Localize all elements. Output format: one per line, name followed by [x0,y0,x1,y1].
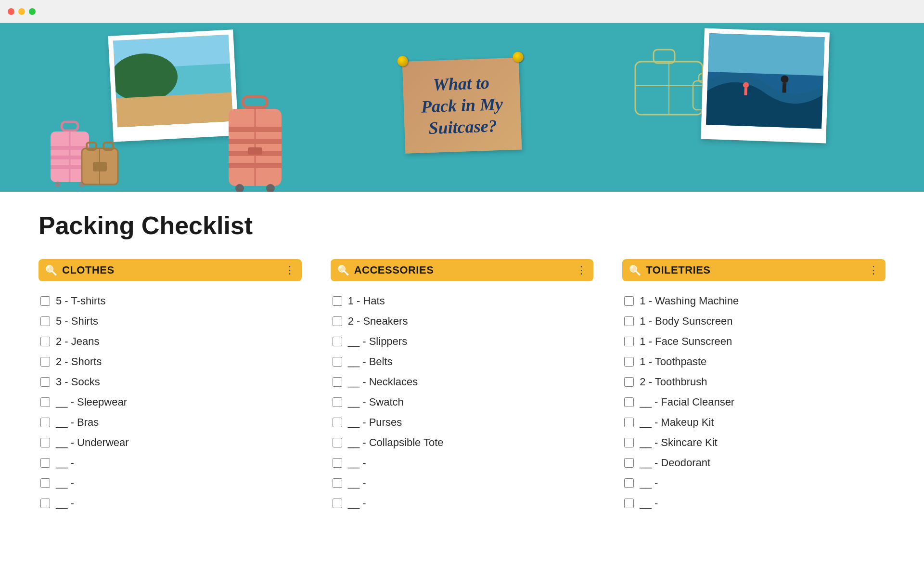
checklist-checkbox[interactable] [624,316,634,326]
svg-rect-18 [93,162,107,171]
list-item: __ - Makeup Kit [622,412,886,433]
item-text: 1 - Toothpaste [640,355,706,368]
checklist-checkbox[interactable] [40,337,50,346]
checklist-checkbox[interactable] [40,296,50,306]
window-chrome [0,0,924,23]
checklist-checkbox[interactable] [40,316,50,326]
list-item: __ - Purses [331,412,594,433]
checklist-checkbox[interactable] [40,478,50,488]
checklist-checkbox[interactable] [333,316,342,326]
list-item: 5 - T-shirts [38,291,302,311]
item-text: __ - [348,457,366,469]
checklist-checkbox[interactable] [333,478,342,488]
list-item: __ - Bras [38,412,302,433]
hero-title-card: What toPack in MySuitcase? [402,58,522,154]
checklist-checkbox[interactable] [624,418,634,427]
category-title-toiletries: TOILETRIES [646,264,710,276]
checklist-clothes: 5 - T-shirts5 - Shirts2 - Jeans2 - Short… [38,291,302,513]
search-icon[interactable]: 🔍 [629,264,641,276]
maximize-button[interactable] [29,8,36,15]
svg-rect-36 [708,33,825,76]
item-text: 1 - Face Sunscreen [640,335,732,348]
category-menu-accessories[interactable]: ⋮ [576,264,587,276]
checklist-checkbox[interactable] [624,458,634,468]
checklist-checkbox[interactable] [333,397,342,407]
column-toiletries: 🔍TOILETRIES⋮1 - Washing Machine1 - Body … [622,259,886,513]
svg-rect-40 [744,88,747,95]
checklist-checkbox[interactable] [333,499,342,508]
category-header-clothes: 🔍CLOTHES⋮ [38,259,302,281]
list-item: __ - Swatch [331,392,594,412]
checklist-checkbox[interactable] [624,397,634,407]
list-item: __ - Necklaces [331,372,594,392]
page-title: Packing Checklist [38,211,886,240]
list-item: __ - Collapsible Tote [331,433,594,453]
item-text: __ - Necklaces [348,376,418,388]
item-text: __ - Makeup Kit [640,416,714,429]
pin-right [513,52,524,63]
checklist-toiletries: 1 - Washing Machine1 - Body Sunscreen1 -… [622,291,886,513]
checklist-checkbox[interactable] [333,337,342,346]
checklist-checkbox[interactable] [333,418,342,427]
checklist-checkbox[interactable] [624,478,634,488]
suitcase-large [226,95,284,192]
item-text: 1 - Washing Machine [640,295,739,307]
list-item: __ - Skincare Kit [622,433,886,453]
checklist-checkbox[interactable] [624,499,634,508]
checklist-checkbox[interactable] [624,438,634,447]
close-button[interactable] [8,8,14,15]
list-item: 2 - Shorts [38,352,302,372]
item-text: 2 - Toothbrush [640,376,707,388]
list-item: 1 - Face Sunscreen [622,331,886,352]
item-text: __ - Sleepwear [56,396,127,408]
checklist-checkbox[interactable] [40,458,50,468]
category-menu-clothes[interactable]: ⋮ [284,264,295,276]
svg-point-10 [55,182,61,187]
item-text: __ - [56,477,74,489]
checklist-checkbox[interactable] [40,397,50,407]
item-text: 2 - Jeans [56,335,100,348]
search-icon[interactable]: 🔍 [45,264,57,276]
checklist-checkbox[interactable] [40,438,50,447]
item-text: __ - Facial Cleanser [640,396,734,408]
polaroid-surf [701,28,830,144]
checklist-checkbox[interactable] [333,296,342,306]
item-text: 5 - T-shirts [56,295,106,307]
checklist-checkbox[interactable] [40,377,50,387]
list-item: __ - Slippers [331,331,594,352]
list-item: 2 - Toothbrush [622,372,886,392]
columns-container: 🔍CLOTHES⋮5 - T-shirts5 - Shirts2 - Jeans… [38,259,886,513]
list-item: __ - [38,493,302,513]
svg-rect-28 [248,147,262,155]
list-item: 3 - Socks [38,372,302,392]
checklist-checkbox[interactable] [624,337,634,346]
item-text: __ - Bras [56,416,99,429]
list-item: 2 - Sneakers [331,311,594,331]
checklist-checkbox[interactable] [624,357,634,367]
category-menu-toiletries[interactable]: ⋮ [868,264,879,276]
list-item: __ - [38,473,302,493]
checklist-checkbox[interactable] [333,377,342,387]
item-text: __ - Deodorant [640,457,710,469]
minimize-button[interactable] [18,8,25,15]
checklist-checkbox[interactable] [333,357,342,367]
list-item: 5 - Shirts [38,311,302,331]
checklist-checkbox[interactable] [40,418,50,427]
checklist-checkbox[interactable] [40,499,50,508]
list-item: __ - Sleepwear [38,392,302,412]
checklist-checkbox[interactable] [333,458,342,468]
category-title-accessories: ACCESSORIES [354,264,434,276]
item-text: __ - [348,497,366,510]
list-item: __ - [331,493,594,513]
checklist-checkbox[interactable] [40,357,50,367]
checklist-checkbox[interactable] [624,377,634,387]
item-text: __ - [348,477,366,489]
checklist-checkbox[interactable] [333,438,342,447]
svg-rect-4 [116,92,233,127]
list-item: 1 - Washing Machine [622,291,886,311]
item-text: 2 - Shorts [56,355,102,368]
main-content: Packing Checklist 🔍CLOTHES⋮5 - T-shirts5… [0,192,924,533]
checklist-checkbox[interactable] [624,296,634,306]
search-icon[interactable]: 🔍 [337,264,349,276]
bag-brown [79,139,120,187]
